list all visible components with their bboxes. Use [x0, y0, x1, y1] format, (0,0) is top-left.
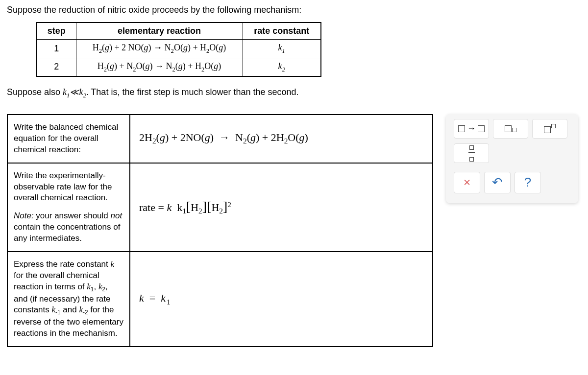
tool-fraction[interactable] [454, 143, 489, 163]
answer-rate-constant[interactable]: k = k1 [130, 252, 433, 347]
tool-superscript[interactable] [532, 119, 567, 139]
intro-text: Suppose the reduction of nitric oxide pr… [7, 5, 581, 15]
answer-table: Write the balanced chemical equation for… [7, 114, 433, 347]
mechanism-table: step elementary reaction rate constant 1… [36, 22, 321, 77]
prompt-rate-law: Write the experimentally-observable rate… [7, 163, 130, 252]
clear-button[interactable]: × [454, 172, 480, 193]
suppose-text: Suppose also k1≪k2. That is, the first s… [7, 87, 581, 99]
tool-arrow[interactable]: → [454, 119, 489, 139]
tool-subscript[interactable] [493, 119, 528, 139]
col-step: step [37, 23, 76, 40]
help-icon: ? [524, 175, 531, 190]
prompt-overall-equation: Write the balanced chemical equation for… [7, 115, 130, 163]
step-cell: 2 [37, 58, 76, 76]
rate-cell: k1 [243, 40, 321, 58]
help-button[interactable]: ? [514, 172, 541, 193]
reaction-cell: H2(g) + 2 NO(g) → N2O(g) + H2O(g) [76, 40, 243, 58]
rate-cell: k2 [243, 58, 321, 76]
col-rate: rate constant [243, 23, 321, 40]
step-cell: 1 [37, 40, 76, 58]
reaction-cell: H2(g) + N2O(g) → N2(g) + H2O(g) [76, 58, 243, 76]
answer-rate-law[interactable]: rate = k k1[H2][H2]2 [130, 163, 433, 252]
arrow-icon: → [467, 123, 476, 134]
equation-toolbox: → × ↶ ? [446, 114, 578, 203]
table-row: 1 H2(g) + 2 NO(g) → N2O(g) + H2O(g) k1 [37, 40, 321, 58]
table-row: 2 H2(g) + N2O(g) → N2(g) + H2O(g) k2 [37, 58, 321, 76]
close-icon: × [464, 175, 471, 190]
undo-button[interactable]: ↶ [484, 172, 511, 193]
col-reaction: elementary reaction [76, 23, 243, 40]
undo-icon: ↶ [492, 175, 503, 190]
prompt-rate-constant: Express the rate constant k for the over… [7, 252, 130, 347]
answer-overall-equation[interactable]: 2H2(g) + 2NO(g) → N2(g) + 2H2O(g) [130, 115, 433, 163]
